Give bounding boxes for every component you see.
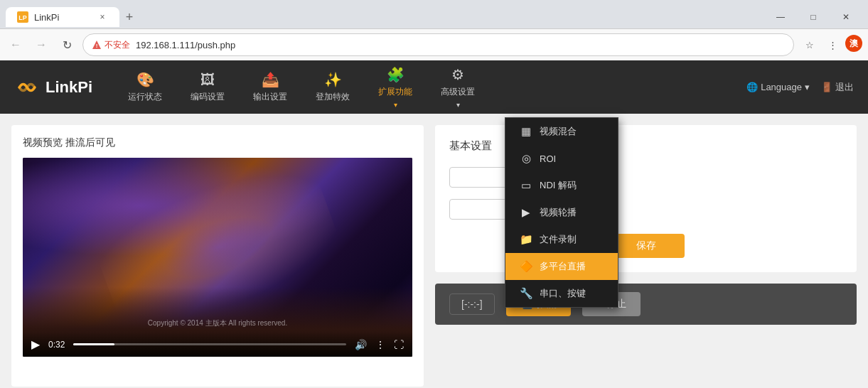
nav-item-output[interactable]: 📤 输出设置 — [239, 64, 301, 110]
dropdown-item-video-rotate[interactable]: ▶ 视频轮播 — [505, 199, 618, 226]
active-tab[interactable]: LP LinkPi × — [6, 7, 119, 27]
nav-item-extend[interactable]: 🧩 扩展功能 ▾ ▦ 视频混合 ◎ ROI — [364, 59, 427, 116]
time-display: 0:32 — [48, 340, 65, 350]
effects-label: 登加特效 — [316, 91, 350, 103]
url-display: 192.168.1.111/push.php — [136, 40, 235, 50]
file-record-icon: 📁 — [520, 233, 532, 246]
panel-title: 视频预览 推流后可见 — [23, 136, 412, 149]
language-arrow: ▾ — [805, 82, 810, 92]
advanced-dropdown-arrow: ▾ — [456, 101, 460, 109]
menu-button[interactable]: ⋮ — [823, 35, 842, 55]
dropdown-item-serial[interactable]: 🔧 串口、按键 — [505, 280, 618, 307]
dropdown-item-roi[interactable]: ◎ ROI — [505, 145, 618, 172]
serial-icon: 🔧 — [520, 287, 532, 300]
window-controls: — □ ✕ — [764, 6, 862, 28]
app-container: LinkPi 🎨 运行状态 🖼 编码设置 📤 输出设置 ✨ 登加特效 — [0, 60, 868, 388]
progress-fill — [73, 343, 114, 345]
output-icon: 📤 — [262, 71, 279, 88]
nav-item-effects[interactable]: ✨ 登加特效 — [301, 64, 364, 110]
settings-panel: 基本设置 — [435, 125, 857, 272]
address-bar[interactable]: ! 不安全 192.168.1.111/push.php — [82, 33, 794, 56]
ndi-label: NDI 解码 — [540, 179, 577, 192]
bottom-bar: [-:-:-] 📹 推流 ■ 停止 — [435, 284, 857, 325]
encode-icon: 🖼 — [200, 72, 215, 88]
language-label: Language — [761, 82, 802, 92]
close-button[interactable]: ✕ — [830, 6, 862, 28]
multi-live-icon: 🔶 — [520, 260, 532, 273]
forward-button[interactable]: → — [31, 35, 51, 55]
roi-label: ROI — [540, 153, 556, 164]
file-record-label: 文件录制 — [540, 233, 577, 246]
logout-label: 退出 — [835, 81, 854, 94]
logout-button[interactable]: 🚪 退出 — [821, 81, 854, 94]
save-button[interactable]: 保存 — [608, 234, 685, 258]
more-icon[interactable]: ⋮ — [375, 339, 385, 350]
roi-icon: ◎ — [520, 152, 532, 165]
effects-icon: ✨ — [324, 71, 342, 88]
minimize-button[interactable]: — — [764, 6, 797, 28]
extend-icon: 🧩 — [387, 66, 404, 83]
dropdown-item-video-mix[interactable]: ▦ 视频混合 — [505, 118, 618, 145]
ndi-icon: ▭ — [520, 179, 532, 192]
maximize-button[interactable]: □ — [797, 6, 830, 28]
play-button[interactable]: ▶ — [31, 338, 40, 351]
nav-item-advanced[interactable]: ⚙ 高级设置 ▾ — [427, 59, 489, 116]
video-background: Copyright © 2014 主版本 All rights reserved… — [23, 158, 412, 357]
language-button[interactable]: 🌐 Language ▾ — [746, 82, 810, 92]
volume-icon[interactable]: 🔊 — [355, 339, 367, 350]
nav-item-encode[interactable]: 🖼 编码设置 — [176, 65, 239, 110]
tab-title: LinkPi — [34, 12, 59, 23]
app-header: LinkPi 🎨 运行状态 🖼 编码设置 📤 输出设置 ✨ 登加特效 — [0, 60, 868, 114]
video-preview: Copyright © 2014 主版本 All rights reserved… — [23, 158, 412, 357]
status-icon: 🎨 — [136, 71, 154, 88]
browser-titlebar: LP LinkPi × + — □ ✕ — [0, 0, 868, 28]
tab-close-button[interactable]: × — [97, 11, 108, 23]
extend-label: 扩展功能 — [378, 86, 412, 98]
bookmark-button[interactable]: ☆ — [800, 35, 820, 55]
logout-icon: 🚪 — [821, 82, 832, 92]
progress-bar[interactable] — [73, 343, 346, 345]
logo-text: LinkPi — [45, 78, 92, 97]
copyright-text: Copyright © 2014 主版本 All rights reserved… — [148, 318, 287, 328]
header-right: 🌐 Language ▾ 🚪 退出 — [746, 81, 854, 94]
svg-text:LP: LP — [18, 14, 27, 21]
tab-bar: LP LinkPi × + — [6, 7, 764, 27]
left-panel: 视频预览 推流后可见 Copyright © 2014 主版本 All righ… — [11, 125, 424, 387]
logo-icon — [14, 75, 40, 100]
dropdown-item-file-record[interactable]: 📁 文件录制 — [505, 226, 618, 253]
advanced-label: 高级设置 — [441, 86, 475, 98]
video-mix-label: 视频混合 — [540, 125, 577, 138]
globe-icon: 🌐 — [746, 82, 758, 92]
video-controls: ▶ 0:32 🔊 ⋮ ⛶ — [23, 332, 412, 357]
nav-item-status[interactable]: 🎨 运行状态 — [114, 64, 176, 110]
user-avatar[interactable]: 澳 — [845, 35, 862, 52]
security-warning: ! 不安全 — [92, 39, 130, 51]
extend-dropdown-arrow: ▾ — [394, 101, 397, 109]
video-rotate-icon: ▶ — [520, 206, 532, 219]
back-button[interactable]: ← — [6, 35, 26, 55]
main-content: 视频预览 推流后可见 Copyright © 2014 主版本 All righ… — [0, 114, 868, 388]
video-rotate-label: 视频轮播 — [540, 206, 577, 219]
logo-area: LinkPi — [14, 75, 92, 100]
refresh-button[interactable]: ↻ — [57, 35, 77, 55]
nav-menu: 🎨 运行状态 🖼 编码设置 📤 输出设置 ✨ 登加特效 🧩 扩展功能 — [114, 59, 746, 116]
right-panel: 基本设置 — [435, 125, 857, 387]
fullscreen-icon[interactable]: ⛶ — [394, 339, 404, 350]
video-mix-icon: ▦ — [520, 125, 532, 138]
tab-favicon: LP — [17, 11, 28, 23]
dropdown-item-multi-live[interactable]: 🔶 多平台直播 — [505, 253, 618, 280]
stream-status: [-:-:-] — [449, 293, 495, 315]
new-tab-button[interactable]: + — [119, 7, 139, 27]
svg-text:!: ! — [96, 43, 98, 49]
extend-dropdown-menu: ▦ 视频混合 ◎ ROI ▭ NDI 解码 ▶ — [505, 117, 618, 308]
browser-toolbar: ← → ↻ ! 不安全 192.168.1.111/push.php ☆ ⋮ 澳 — [0, 28, 868, 60]
dropdown-item-ndi[interactable]: ▭ NDI 解码 — [505, 172, 618, 199]
multi-live-label: 多平台直播 — [540, 260, 586, 273]
encode-label: 编码设置 — [191, 91, 225, 103]
serial-label: 串口、按键 — [540, 287, 586, 300]
status-label: 运行状态 — [128, 91, 162, 103]
advanced-icon: ⚙ — [451, 66, 464, 83]
output-label: 输出设置 — [253, 91, 287, 103]
toolbar-actions: ☆ ⋮ 澳 — [800, 35, 862, 55]
